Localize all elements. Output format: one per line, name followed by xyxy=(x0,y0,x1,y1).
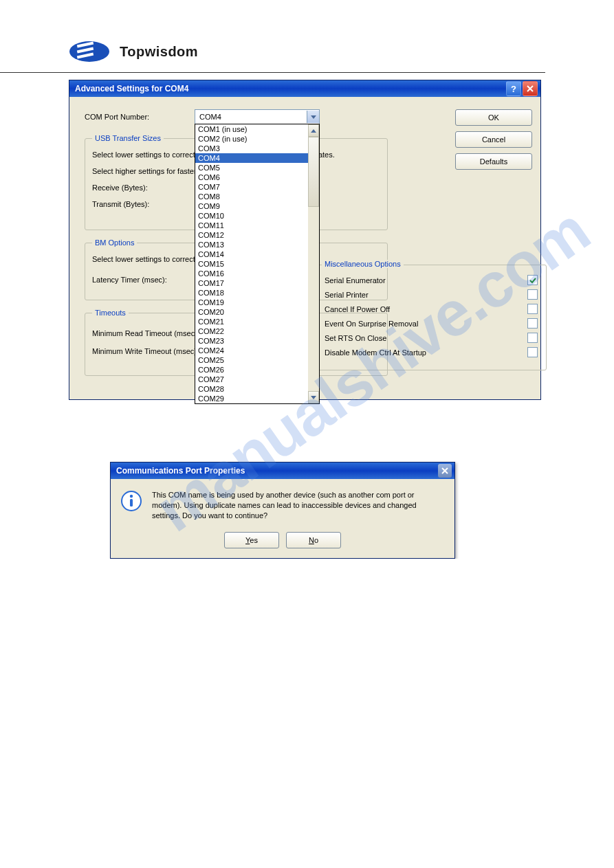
checkbox[interactable] xyxy=(527,289,538,300)
checkbox[interactable] xyxy=(527,304,538,314)
comport-combo[interactable]: COM4 xyxy=(195,109,320,124)
page-header: Topwisdom xyxy=(0,0,545,73)
dropdown-option[interactable]: COM13 xyxy=(195,240,308,249)
dropdown-option[interactable]: COM5 xyxy=(195,163,308,173)
comport-value: COM4 xyxy=(195,113,307,121)
dropdown-option[interactable]: COM1 (in use) xyxy=(195,124,308,134)
chevron-down-icon[interactable] xyxy=(307,111,319,123)
dropdown-option[interactable]: COM12 xyxy=(195,230,308,240)
window-title: Communications Port Properties xyxy=(116,466,438,476)
misc-option-row: Event On Surprise Removal xyxy=(325,318,538,329)
ok-button[interactable]: OK xyxy=(455,109,532,126)
misc-option-label: Cancel If Power Off xyxy=(325,305,390,313)
misc-option-label: Serial Enumerator xyxy=(325,276,386,285)
scroll-up-icon[interactable] xyxy=(308,124,319,137)
misc-option-row: Serial Enumerator xyxy=(325,275,538,285)
close-button[interactable] xyxy=(438,464,452,478)
dropdown-option[interactable]: COM27 xyxy=(195,375,308,384)
dropdown-option[interactable]: COM28 xyxy=(195,384,308,394)
help-button[interactable]: ? xyxy=(506,81,521,96)
checkbox[interactable] xyxy=(527,318,538,329)
dropdown-option[interactable]: COM14 xyxy=(195,249,308,259)
dropdown-option[interactable]: COM2 (in use) xyxy=(195,134,308,144)
dropdown-option[interactable]: COM18 xyxy=(195,288,308,298)
dropdown-option[interactable]: COM6 xyxy=(195,173,308,182)
usb-legend: USB Transfer Sizes xyxy=(92,134,164,142)
titlebar: Advanced Settings for COM4 ? xyxy=(69,80,540,97)
dropdown-option[interactable]: COM26 xyxy=(195,365,308,375)
misc-option-row: Disable Modem Ctrl At Startup xyxy=(325,347,538,357)
dropdown-option[interactable]: COM20 xyxy=(195,307,308,317)
comport-label: COM Port Number: xyxy=(85,113,195,121)
scrollbar[interactable] xyxy=(308,124,319,403)
misc-option-row: Serial Printer xyxy=(325,289,538,300)
misc-legend: Miscellaneous Options xyxy=(322,260,404,268)
misc-option-label: Set RTS On Close xyxy=(325,334,386,342)
misc-option-label: Disable Modem Ctrl At Startup xyxy=(325,348,426,357)
scroll-thumb[interactable] xyxy=(308,137,319,207)
dropdown-option[interactable]: COM7 xyxy=(195,182,308,192)
scroll-down-icon[interactable] xyxy=(308,391,319,403)
misc-option-row: Set RTS On Close xyxy=(325,333,538,343)
yes-button[interactable]: Yes xyxy=(224,532,279,548)
dropdown-option[interactable]: COM4 xyxy=(195,153,308,163)
comport-dropdown-list[interactable]: COM1 (in use)COM2 (in use)COM3COM4COM5CO… xyxy=(195,124,320,404)
topwisdom-logo-icon xyxy=(69,38,110,65)
svg-point-5 xyxy=(130,495,133,498)
com-port-properties-dialog: Communications Port Properties This COM … xyxy=(110,462,455,559)
dropdown-option[interactable]: COM23 xyxy=(195,336,308,346)
brand-name: Topwisdom xyxy=(120,44,198,60)
window-title: Advanced Settings for COM4 xyxy=(75,84,506,93)
dropdown-option[interactable]: COM19 xyxy=(195,298,308,307)
close-button[interactable] xyxy=(523,81,538,96)
dropdown-option[interactable]: COM24 xyxy=(195,346,308,355)
bm-legend: BM Options xyxy=(92,238,137,247)
message-text: This COM name is being used by another d… xyxy=(152,490,445,521)
misc-option-row: Cancel If Power Off xyxy=(325,304,538,314)
defaults-button[interactable]: Defaults xyxy=(455,153,532,170)
dropdown-option[interactable]: COM15 xyxy=(195,259,308,269)
misc-options-group: Miscellaneous Options Serial EnumeratorS… xyxy=(316,265,547,370)
dropdown-option[interactable]: COM16 xyxy=(195,269,308,278)
dropdown-option[interactable]: COM25 xyxy=(195,355,308,365)
dropdown-option[interactable]: COM11 xyxy=(195,221,308,230)
misc-option-label: Serial Printer xyxy=(325,291,369,299)
advanced-settings-window: Advanced Settings for COM4 ? COM Port Nu… xyxy=(69,80,541,400)
no-button[interactable]: No xyxy=(286,532,341,548)
dropdown-option[interactable]: COM21 xyxy=(195,317,308,326)
timeouts-legend: Timeouts xyxy=(92,309,129,317)
titlebar: Communications Port Properties xyxy=(111,463,454,479)
dropdown-option[interactable]: COM10 xyxy=(195,211,308,221)
checkbox[interactable] xyxy=(527,347,538,357)
dropdown-option[interactable]: COM17 xyxy=(195,278,308,288)
checkbox[interactable] xyxy=(527,333,538,343)
dropdown-option[interactable]: COM3 xyxy=(195,144,308,153)
dropdown-option[interactable]: COM9 xyxy=(195,201,308,211)
info-icon xyxy=(120,490,142,512)
misc-option-label: Event On Surprise Removal xyxy=(325,320,418,328)
dropdown-option[interactable]: COM22 xyxy=(195,326,308,336)
svg-rect-6 xyxy=(130,499,133,507)
dropdown-option[interactable]: COM8 xyxy=(195,192,308,201)
cancel-button[interactable]: Cancel xyxy=(455,131,532,148)
checkbox[interactable] xyxy=(527,275,538,285)
dropdown-option[interactable]: COM29 xyxy=(195,394,308,403)
